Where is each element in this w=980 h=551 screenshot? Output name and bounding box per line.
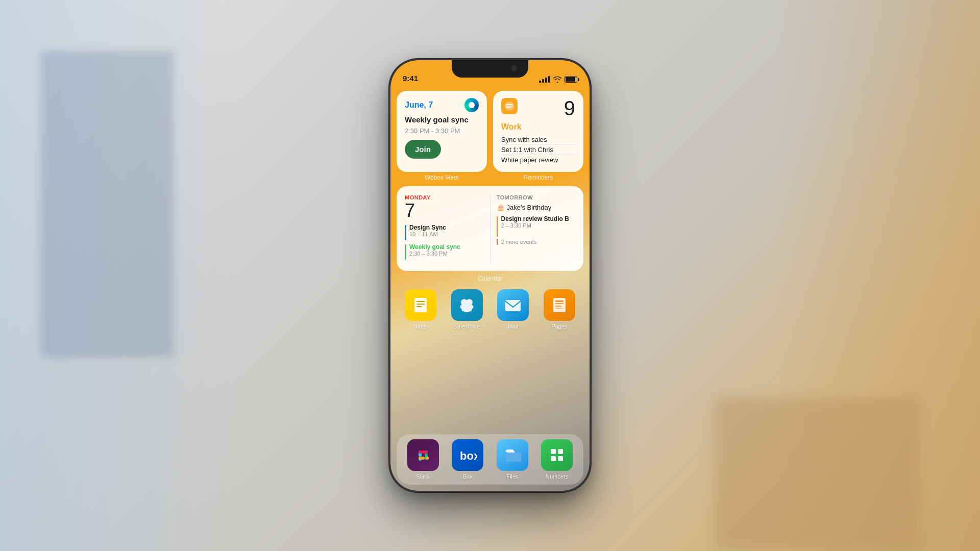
svg-rect-26: [558, 456, 563, 461]
cal-event-weekly-sync: Weekly goal sync 2:30 – 3:30 PM: [405, 243, 484, 260]
app-salesforce[interactable]: Salesforce: [446, 289, 488, 330]
app-numbers[interactable]: Numbers: [537, 439, 578, 480]
mail-label: Mail: [508, 323, 518, 330]
svg-text:box: box: [460, 449, 477, 462]
cal-event-time-1: 10 – 11 AM: [409, 231, 446, 237]
notch: [452, 60, 528, 78]
svg-rect-25: [551, 456, 556, 461]
battery-icon: [565, 76, 577, 83]
files-label: Files: [506, 473, 518, 480]
cal-event-title-2: Weekly goal sync: [409, 243, 460, 251]
app-grid: Notes Salesforce: [397, 285, 583, 330]
cal-event-design-sync: Design Sync 10 – 11 AM: [405, 224, 484, 240]
svg-rect-20: [422, 450, 428, 454]
app-slack[interactable]: Slack: [403, 439, 444, 480]
cal-event-time-2: 2:30 – 3:30 PM: [409, 251, 460, 257]
dock: Slack box Box: [397, 434, 583, 485]
status-icons: [539, 76, 577, 83]
cal-more-events: 2 more events: [497, 239, 576, 245]
app-pages[interactable]: Pages: [538, 289, 581, 330]
reminders-header: 9: [501, 98, 575, 118]
reminder-item-3: White paper review: [501, 155, 575, 165]
reminders-widget[interactable]: 9 Work Sync with sales Set 1:1 with Chri…: [493, 91, 583, 172]
join-button[interactable]: Join: [405, 140, 441, 159]
webex-meeting-time: 2:30 PM - 3:30 PM: [405, 127, 479, 135]
cal-event-title-3: Design review Studio B: [501, 215, 569, 222]
status-time: 9:41: [403, 74, 418, 83]
salesforce-icon: [451, 289, 483, 321]
svg-rect-4: [414, 298, 427, 312]
svg-rect-9: [553, 298, 566, 312]
cal-event-time-3: 2 – 3:30 PM: [501, 222, 569, 229]
svg-rect-6: [416, 304, 425, 305]
svg-rect-13: [555, 308, 562, 309]
notes-icon: [405, 289, 436, 321]
svg-rect-10: [555, 300, 564, 302]
svg-rect-8: [505, 300, 521, 311]
calendar-today: MONDAY 7 Design Sync 10 – 11 AM: [405, 194, 491, 263]
webex-logo-icon: [464, 98, 479, 112]
calendar-tomorrow: TOMORROW 🎂 Jake's Birthday Design review…: [491, 194, 576, 263]
screen-content: June, 7 Weekly goal sync 2:30 PM - 3:30 …: [390, 86, 590, 491]
webex-widget-label: Webex Meet: [397, 174, 487, 181]
slack-icon: [407, 439, 439, 471]
cal-more-text: 2 more events: [501, 239, 537, 245]
reminder-item-1: Sync with sales: [501, 135, 575, 145]
signal-icon: [539, 76, 550, 83]
reminders-widget-label: Reminders: [493, 174, 583, 181]
app-mail[interactable]: Mail: [492, 289, 534, 330]
svg-rect-7: [416, 306, 422, 307]
birthday-cake-icon: 🎂: [497, 204, 505, 211]
wifi-icon: [553, 77, 561, 83]
bg-table-decoration: [715, 398, 919, 551]
slack-label: Slack: [416, 473, 430, 480]
widget-row-1: June, 7 Weekly goal sync 2:30 PM - 3:30 …: [397, 91, 583, 181]
webex-widget-header: June, 7: [405, 98, 479, 112]
webex-date: June, 7: [405, 101, 433, 110]
app-files[interactable]: Files: [492, 439, 533, 480]
cal-day-number: 7: [405, 202, 484, 220]
app-notes[interactable]: Notes: [400, 289, 442, 330]
svg-rect-19: [426, 457, 429, 460]
webex-widget[interactable]: June, 7 Weekly goal sync 2:30 PM - 3:30 …: [397, 91, 487, 172]
svg-rect-5: [416, 301, 425, 302]
pages-label: Pages: [551, 323, 567, 330]
svg-rect-24: [558, 449, 563, 454]
app-box[interactable]: box Box: [448, 439, 488, 480]
salesforce-label: Salesforce: [454, 323, 480, 330]
cal-birthday: 🎂 Jake's Birthday: [497, 204, 576, 211]
svg-rect-23: [551, 449, 556, 454]
bg-window-decoration: [41, 51, 174, 357]
reminders-category: Work: [501, 122, 575, 132]
svg-rect-18: [419, 457, 425, 460]
reminder-item-2: Set 1:1 with Chris: [501, 145, 575, 155]
phone-frame: 9:41: [390, 60, 590, 491]
mail-icon: [497, 289, 529, 321]
svg-rect-12: [555, 306, 561, 307]
cal-birthday-text: Jake's Birthday: [507, 204, 552, 211]
calendar-widget-label: Calendar: [397, 275, 583, 282]
cal-day-label: MONDAY: [405, 194, 484, 201]
numbers-label: Numbers: [546, 473, 569, 480]
pages-icon: [544, 289, 575, 321]
reminders-icon: [501, 98, 518, 114]
cal-event-design-review: Design review Studio B 2 – 3:30 PM: [497, 215, 576, 237]
svg-rect-11: [555, 303, 564, 304]
cal-event-title-1: Design Sync: [409, 224, 446, 231]
notes-label: Notes: [413, 323, 428, 330]
box-label: Box: [463, 473, 473, 480]
cal-tomorrow-label: TOMORROW: [497, 194, 576, 201]
numbers-icon: [541, 439, 573, 471]
svg-rect-21: [419, 450, 422, 454]
box-icon: box: [452, 439, 483, 471]
calendar-widget[interactable]: MONDAY 7 Design Sync 10 – 11 AM: [397, 186, 583, 271]
phone-screen: 9:41: [390, 60, 590, 491]
webex-meeting-title: Weekly goal sync: [405, 115, 479, 124]
reminders-count: 9: [564, 98, 575, 118]
cal-more-bar: [497, 239, 498, 245]
files-icon: [497, 439, 528, 471]
